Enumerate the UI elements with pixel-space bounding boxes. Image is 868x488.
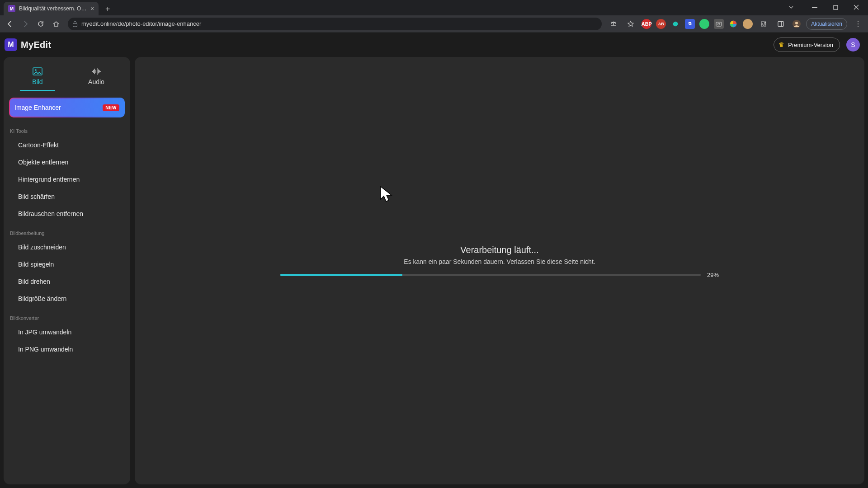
profile-avatar-icon[interactable] xyxy=(792,19,802,29)
sidepanel-icon[interactable] xyxy=(774,18,787,30)
tool-bild-drehen[interactable]: Bild drehen xyxy=(8,273,126,290)
progress-block: Verarbeitung läuft... Es kann ein paar S… xyxy=(135,245,864,278)
nav-home-icon[interactable] xyxy=(50,18,62,30)
image-icon xyxy=(33,67,42,75)
svg-point-11 xyxy=(35,69,37,71)
svg-rect-2 xyxy=(73,23,77,27)
sidebar: Bild Audio Image Enhancer NEW K xyxy=(4,57,130,484)
group-header-bildbearbeitung: Bildbearbeitung xyxy=(10,230,124,236)
progress-bar-fill xyxy=(280,274,402,276)
svg-rect-6 xyxy=(778,21,783,26)
lock-icon xyxy=(72,21,78,27)
extensions-puzzle-icon[interactable] xyxy=(757,18,770,30)
nav-back-icon[interactable] xyxy=(4,18,16,30)
share-icon[interactable] xyxy=(607,18,620,30)
brand-name: MyEdit xyxy=(21,40,51,50)
mode-tab-audio[interactable]: Audio xyxy=(67,61,126,91)
mode-tab-audio-label: Audio xyxy=(88,78,104,85)
browser-toolbar: myedit.online/de/photo-editor/image-enha… xyxy=(0,15,868,33)
tool-bild-spiegeln[interactable]: Bild spiegeln xyxy=(8,256,126,273)
brand-logo-icon: M xyxy=(5,38,17,51)
nav-forward-icon[interactable] xyxy=(19,18,32,30)
audio-icon xyxy=(91,67,101,75)
tool-bild-zuschneiden[interactable]: Bild zuschneiden xyxy=(8,239,126,256)
tab-title: Bildqualität verbessern. Online m xyxy=(19,5,87,12)
hero-label: Image Enhancer xyxy=(14,104,61,111)
extension-green-icon[interactable] xyxy=(699,19,709,29)
extension-surfshark-icon[interactable] xyxy=(670,19,680,29)
new-badge: NEW xyxy=(103,104,119,111)
url-text: myedit.online/de/photo-editor/image-enha… xyxy=(81,20,201,27)
progress-title: Verarbeitung läuft... xyxy=(460,245,538,255)
svg-rect-0 xyxy=(812,7,817,8)
browser-tabstrip: M Bildqualität verbessern. Online m × + xyxy=(0,0,868,15)
user-avatar[interactable]: S xyxy=(846,38,860,52)
svg-rect-1 xyxy=(834,5,838,9)
extension-tan-icon[interactable] xyxy=(743,19,753,29)
tabs-dropdown-icon[interactable] xyxy=(782,1,800,14)
svg-point-4 xyxy=(718,23,720,25)
group-header-ki-tools: KI Tools xyxy=(10,128,124,134)
extension-deepl-icon[interactable]: ⧉ xyxy=(685,19,695,29)
svg-point-9 xyxy=(795,22,798,24)
mode-tab-image[interactable]: Bild xyxy=(8,61,67,91)
tab-favicon: M xyxy=(8,5,15,12)
address-bar[interactable]: myedit.online/de/photo-editor/image-enha… xyxy=(68,18,602,30)
main-panel: Verarbeitung läuft... Es kann ein paar S… xyxy=(135,57,864,484)
tool-bildgroesse-aendern[interactable]: Bildgröße ändern xyxy=(8,290,126,307)
bookmark-star-icon[interactable] xyxy=(624,18,637,30)
refresh-button[interactable]: Aktualisieren xyxy=(806,18,847,30)
group-header-bildkonverter: Bildkonverter xyxy=(10,315,124,321)
new-tab-button[interactable]: + xyxy=(101,3,114,15)
progress-percent: 29% xyxy=(707,272,719,278)
brand[interactable]: M MyEdit xyxy=(5,38,51,51)
window-minimize-icon[interactable] xyxy=(805,1,825,14)
extension-camera-icon[interactable] xyxy=(714,19,724,29)
mouse-cursor-icon xyxy=(379,186,394,204)
browser-tab-active[interactable]: M Bildqualität verbessern. Online m × xyxy=(4,2,99,15)
window-maximize-icon[interactable] xyxy=(826,1,845,14)
extension-colorwheel-icon[interactable] xyxy=(728,19,738,29)
app-header: M MyEdit ♛ Premium-Version S xyxy=(0,33,868,57)
tool-bildrauschen-entfernen[interactable]: Bildrauschen entfernen xyxy=(8,205,126,222)
extension-abp-icon[interactable]: ABP xyxy=(642,19,651,29)
sidebar-hero-image-enhancer[interactable]: Image Enhancer NEW xyxy=(9,98,125,117)
tool-cartoon-effekt[interactable]: Cartoon-Effekt xyxy=(8,136,126,154)
progress-subtitle: Es kann ein paar Sekunden dauern. Verlas… xyxy=(404,258,595,265)
browser-menu-icon[interactable]: ⋮ xyxy=(852,19,864,28)
tool-in-jpg-umwandeln[interactable]: In JPG umwandeln xyxy=(8,324,126,341)
extension-adblock-icon[interactable]: AB xyxy=(656,19,666,29)
tool-bild-schaerfen[interactable]: Bild schärfen xyxy=(8,188,126,205)
tool-objekte-entfernen[interactable]: Objekte entfernen xyxy=(8,154,126,171)
tool-in-png-umwandeln[interactable]: In PNG umwandeln xyxy=(8,341,126,358)
tool-hintergrund-entfernen[interactable]: Hintergrund entfernen xyxy=(8,171,126,188)
window-close-icon[interactable] xyxy=(846,1,866,14)
mode-tab-image-label: Bild xyxy=(32,78,42,85)
nav-reload-icon[interactable] xyxy=(34,18,47,30)
premium-label: Premium-Version xyxy=(788,42,833,48)
crown-icon: ♛ xyxy=(778,41,784,48)
tab-close-icon[interactable]: × xyxy=(90,5,94,12)
premium-button[interactable]: ♛ Premium-Version xyxy=(774,38,840,52)
progress-bar xyxy=(280,274,701,276)
svg-rect-3 xyxy=(716,22,722,26)
extensions-area: ABP AB ⧉ Aktualisieren ⋮ xyxy=(607,18,864,30)
